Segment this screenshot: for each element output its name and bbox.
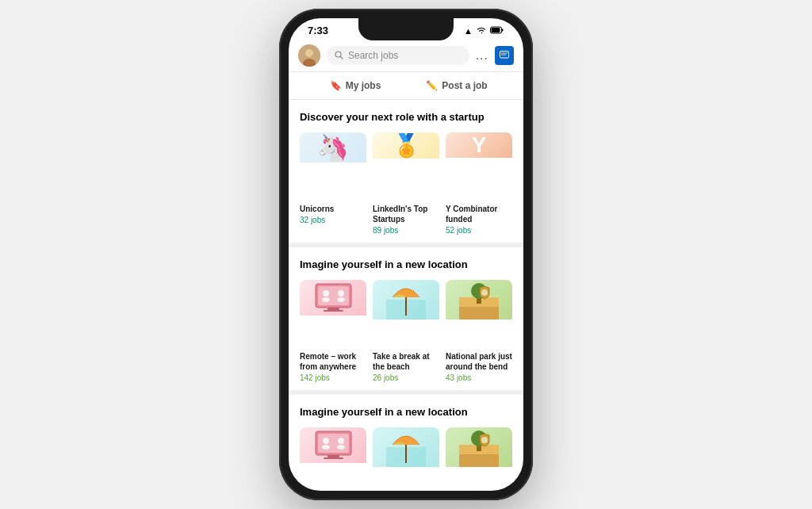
startups-cards-grid: 🦄 Unicorns 32 jobs 🏅 LinkedI bbox=[300, 132, 512, 235]
svg-point-40 bbox=[481, 437, 488, 443]
svg-point-25 bbox=[481, 289, 488, 296]
svg-point-4 bbox=[305, 49, 313, 57]
bookmark-icon: 🔖 bbox=[330, 80, 342, 91]
card-park-count: 43 jobs bbox=[446, 373, 512, 382]
location-cards-grid: Remote – work from anywhere 142 jobs bbox=[300, 280, 512, 382]
card-remote[interactable]: Remote – work from anywhere 142 jobs bbox=[300, 280, 366, 382]
content-scroll[interactable]: Discover your next role with a startup 🦄… bbox=[289, 100, 523, 487]
phone-screen: 7:33 ▲ bbox=[289, 18, 523, 491]
svg-point-15 bbox=[338, 290, 344, 297]
nav-tabs: 🔖 My jobs ✏️ Post a job bbox=[289, 72, 523, 100]
card-ycombinator-image: Y bbox=[446, 132, 512, 199]
battery-icon bbox=[490, 26, 504, 36]
phone-device: 7:33 ▲ bbox=[279, 9, 533, 500]
linkedin-top-illustration: 🏅 bbox=[373, 132, 439, 159]
svg-point-6 bbox=[335, 52, 341, 57]
avatar-image bbox=[298, 44, 320, 67]
remote-illustration bbox=[300, 280, 366, 316]
card-beach[interactable]: Take a break at the beach 26 jobs bbox=[373, 280, 439, 382]
my-jobs-label: My jobs bbox=[346, 80, 381, 91]
remote-2-illustration bbox=[300, 427, 366, 463]
svg-rect-32 bbox=[327, 455, 339, 457]
tab-my-jobs[interactable]: 🔖 My jobs bbox=[304, 72, 406, 99]
card-unicorns-count: 32 jobs bbox=[300, 216, 366, 224]
search-input-wrapper[interactable]: Search jobs bbox=[327, 46, 469, 65]
svg-point-16 bbox=[337, 297, 345, 302]
messages-icon[interactable] bbox=[495, 46, 514, 65]
svg-rect-17 bbox=[327, 308, 339, 310]
search-icon bbox=[335, 51, 343, 61]
signal-icon: ▲ bbox=[464, 26, 473, 36]
card-remote-count: 142 jobs bbox=[300, 373, 366, 382]
card-unicorns-image: 🦄 bbox=[300, 132, 366, 199]
park-2-illustration bbox=[446, 427, 512, 467]
section-startups-title: Discover your next role with a startup bbox=[300, 111, 512, 123]
beach-illustration bbox=[373, 280, 439, 320]
avatar[interactable] bbox=[298, 44, 320, 67]
search-bar-area: Search jobs ... bbox=[289, 40, 523, 72]
section-startups: Discover your next role with a startup 🦄… bbox=[289, 100, 523, 243]
card-ycombinator-count: 52 jobs bbox=[446, 226, 512, 235]
card-park-image bbox=[446, 280, 512, 346]
card-unicorns-name: Unicorns bbox=[300, 204, 366, 214]
post-job-label: Post a job bbox=[442, 80, 487, 91]
svg-rect-27 bbox=[318, 434, 349, 453]
dots-menu-button[interactable]: ... bbox=[476, 48, 488, 63]
card-remote-2-image bbox=[300, 427, 366, 487]
svg-rect-18 bbox=[324, 310, 343, 312]
svg-rect-1 bbox=[502, 29, 504, 31]
ycombinator-illustration: Y bbox=[446, 132, 512, 158]
svg-rect-12 bbox=[318, 286, 349, 305]
card-park[interactable]: National park just around the bend 43 jo… bbox=[446, 280, 512, 382]
card-park-2[interactable]: National park just around the bend 43 jo… bbox=[446, 427, 512, 487]
card-remote-name: Remote – work from anywhere bbox=[300, 351, 366, 372]
svg-point-31 bbox=[337, 445, 345, 450]
svg-rect-2 bbox=[492, 28, 500, 33]
card-beach-2-image bbox=[373, 427, 439, 487]
card-ycombinator[interactable]: Y Y Combinator funded 52 jobs bbox=[446, 132, 512, 235]
svg-point-13 bbox=[323, 290, 329, 297]
section-new-location-2-title: Imagine yourself in a new location bbox=[300, 406, 512, 418]
wifi-icon bbox=[476, 26, 487, 36]
location-2-cards-grid: Remote – work from anywhere 142 jobs bbox=[300, 427, 512, 487]
svg-point-29 bbox=[322, 445, 330, 450]
notch bbox=[358, 18, 454, 40]
status-icons: ▲ bbox=[464, 26, 504, 36]
card-linkedin-top-name: LinkedIn's Top Startups bbox=[373, 204, 439, 224]
svg-rect-33 bbox=[324, 457, 343, 459]
svg-point-14 bbox=[322, 297, 330, 302]
card-remote-2[interactable]: Remote – work from anywhere 142 jobs bbox=[300, 427, 366, 487]
card-park-2-image bbox=[446, 427, 512, 487]
status-time: 7:33 bbox=[308, 25, 328, 36]
svg-line-7 bbox=[341, 56, 343, 59]
card-linkedin-top[interactable]: 🏅 LinkedIn's Top Startups 89 jobs bbox=[373, 132, 439, 235]
unicorn-illustration: 🦄 bbox=[300, 132, 366, 163]
edit-icon: ✏️ bbox=[426, 80, 438, 91]
section-new-location: Imagine yourself in a new location bbox=[289, 243, 523, 390]
card-beach-name: Take a break at the beach bbox=[373, 351, 439, 372]
card-beach-image bbox=[373, 280, 439, 346]
section-new-location-2: Imagine yourself in a new location bbox=[289, 390, 523, 487]
beach-2-illustration bbox=[373, 427, 439, 467]
section-new-location-title: Imagine yourself in a new location bbox=[300, 258, 512, 270]
card-remote-image bbox=[300, 280, 366, 346]
card-ycombinator-name: Y Combinator funded bbox=[446, 204, 512, 224]
card-linkedin-top-image: 🏅 bbox=[373, 132, 439, 199]
park-illustration bbox=[446, 280, 512, 320]
card-park-name: National park just around the bend bbox=[446, 351, 512, 372]
card-linkedin-top-count: 89 jobs bbox=[373, 226, 439, 235]
card-beach-count: 26 jobs bbox=[373, 373, 439, 382]
tab-post-a-job[interactable]: ✏️ Post a job bbox=[406, 72, 508, 99]
card-unicorns[interactable]: 🦄 Unicorns 32 jobs bbox=[300, 132, 366, 235]
svg-point-28 bbox=[323, 438, 329, 444]
card-beach-2[interactable]: Take a break at the beach 26 jobs bbox=[373, 427, 439, 487]
search-placeholder: Search jobs bbox=[348, 50, 398, 61]
svg-point-30 bbox=[338, 438, 344, 444]
